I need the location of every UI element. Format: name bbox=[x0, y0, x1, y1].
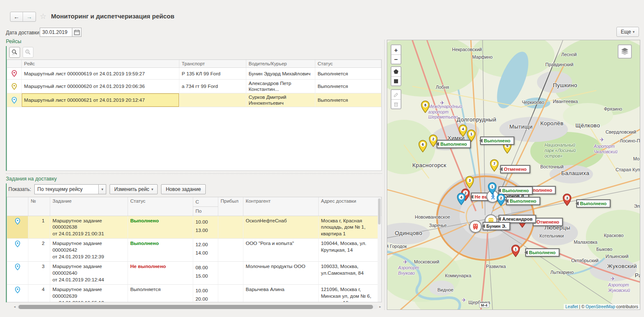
map-pin-marker[interactable]: 6 bbox=[418, 140, 427, 152]
map-place-label: ✈ bbox=[462, 297, 466, 303]
section-separator bbox=[6, 173, 382, 174]
tasks-col-arrived[interactable]: Прибыл bbox=[218, 197, 243, 216]
tasks-col-from[interactable]: С bbox=[193, 197, 218, 206]
favorite-star-icon[interactable]: ☆ bbox=[40, 12, 46, 21]
delivery-date-input[interactable] bbox=[40, 28, 72, 37]
task-name: Маршрутное задание 000002640от 24.01.201… bbox=[50, 262, 128, 285]
map-place-label: Аэропорт Чкаловский bbox=[594, 144, 618, 154]
trash-icon bbox=[393, 101, 399, 107]
map-pin-marker[interactable]: 2 bbox=[496, 193, 506, 206]
tasks-col-num[interactable]: № bbox=[28, 197, 50, 216]
zoom-in-button[interactable]: + bbox=[391, 45, 401, 54]
forward-arrow-icon: → bbox=[26, 13, 32, 20]
trip-status: Выполняется bbox=[315, 93, 381, 107]
tasks-col-task[interactable]: Задание bbox=[50, 197, 128, 216]
trips-col-status[interactable]: Статус bbox=[315, 60, 381, 68]
map-place-label: Пушкино bbox=[553, 82, 578, 88]
map-status-label: Бунин Э. bbox=[483, 222, 510, 230]
delivery-date-label: Дата доставки: bbox=[6, 30, 41, 36]
map-layers-button[interactable] bbox=[618, 44, 632, 59]
tasks-vertical-scrollbar[interactable] bbox=[378, 198, 381, 302]
leaflet-link[interactable]: Leaflet bbox=[565, 304, 578, 309]
map-place-label: Жуковский bbox=[607, 263, 637, 269]
map-place-label: Лобня bbox=[436, 85, 449, 90]
map-place-label: ✈ bbox=[611, 276, 615, 282]
map-panel[interactable]: НекрасовскийМарфиноЛеснойПравдинскийЛобн… bbox=[387, 40, 640, 310]
trips-col-trip[interactable]: Рейс bbox=[21, 60, 179, 68]
task-filter-dropdown-button[interactable]: ▾ bbox=[98, 185, 106, 194]
polygon-icon bbox=[393, 69, 399, 75]
map-place-label: Быково bbox=[596, 247, 612, 252]
task-time: 10.0020.00 bbox=[193, 284, 218, 302]
scrollbar-thumb[interactable] bbox=[18, 305, 373, 309]
draw-rectangle-button[interactable] bbox=[391, 76, 401, 85]
scrollbar-thumb[interactable] bbox=[378, 198, 381, 224]
openstreetmap-link[interactable]: OpenStreetMap bbox=[585, 304, 615, 309]
tasks-col-to[interactable]: По bbox=[193, 206, 218, 216]
calendar-button[interactable] bbox=[72, 28, 82, 37]
task-pin-icon bbox=[15, 263, 20, 271]
trip-status: Выполняется bbox=[315, 68, 381, 80]
map-pin-marker[interactable]: 4 bbox=[458, 124, 468, 137]
tasks-col-address[interactable]: Адрес доставки bbox=[318, 197, 381, 216]
task-name: Маршрутное задание 000002639от 24.01.201… bbox=[50, 284, 128, 302]
task-status: Не выполнено bbox=[128, 262, 193, 285]
zoom-out-button[interactable]: − bbox=[391, 54, 401, 64]
map-place-label: Черкизово bbox=[522, 100, 544, 105]
map-pin-marker[interactable]: 3 bbox=[562, 193, 572, 206]
map-pin-marker[interactable]: 3 bbox=[465, 176, 474, 188]
trip-row[interactable]: Маршрутный лист 000000619 от 24.01.2019 … bbox=[7, 68, 381, 80]
new-task-button[interactable]: Новое задание bbox=[161, 184, 205, 194]
trips-col-transport[interactable]: Транспорт bbox=[179, 60, 246, 68]
scroll-right-arrow-icon[interactable]: ▸ bbox=[378, 305, 382, 309]
map-zoom-control: + − bbox=[391, 44, 401, 64]
trip-row[interactable]: Маршрутный лист 000000621 от 24.01.2019 … bbox=[7, 93, 381, 107]
task-row[interactable]: 4 Маршрутное задание 000002639от 24.01.2… bbox=[7, 284, 381, 302]
task-arrived bbox=[218, 216, 243, 239]
trips-toolbar bbox=[9, 47, 33, 58]
svg-text:3: 3 bbox=[469, 178, 471, 183]
map-markers-layer: НекрасовскийМарфиноЛеснойПравдинскийЛобн… bbox=[387, 40, 640, 309]
map-place-label: Аэропорт Внуково bbox=[398, 265, 419, 276]
task-address: Москва г, Красная площадь, дом № 1, квар… bbox=[318, 216, 381, 239]
map-pin-marker[interactable]: 4 bbox=[457, 193, 466, 205]
calendar-icon bbox=[74, 29, 80, 35]
map-place-label: Фрязино bbox=[604, 106, 622, 111]
task-contragent: ООО "Рога и копыта" bbox=[243, 239, 318, 262]
trips-col-driver[interactable]: Водитель/Курьер bbox=[246, 60, 315, 68]
map-pin-marker[interactable]: 1 bbox=[511, 245, 520, 257]
task-address: 109044, Москва, ул. Крутицкая, 14 bbox=[318, 239, 381, 262]
task-row[interactable]: 1 Маршрутное задание 000002638от 24.01.2… bbox=[7, 216, 381, 239]
map-pin-marker[interactable]: 1 bbox=[488, 182, 497, 195]
map-pin-marker[interactable]: 8 bbox=[421, 101, 430, 113]
change-trip-button[interactable]: Изменить рейс ▾ bbox=[110, 184, 158, 194]
trip-driver: Александров Петр Константин... bbox=[246, 80, 315, 93]
map-status-label: Отменено bbox=[500, 165, 530, 173]
tasks-table-panel: № Задание Статус С Прибыл Контрагент Адр… bbox=[7, 197, 382, 302]
search-on-map-button[interactable] bbox=[9, 47, 20, 58]
map-place-label: Рам bbox=[635, 272, 640, 278]
back-button[interactable]: ← bbox=[10, 12, 23, 21]
tasks-col-icon bbox=[7, 197, 28, 216]
tasks-horizontal-scrollbar[interactable]: ◂ ▸ bbox=[13, 304, 382, 309]
map-place-label: Лосино-Пет bbox=[620, 138, 640, 143]
map-place-label: ✈ bbox=[600, 137, 604, 143]
tasks-col-status[interactable]: Статус bbox=[128, 197, 193, 216]
task-contragent: ОсколНефтеСнаб bbox=[243, 216, 318, 239]
tasks-col-contragent[interactable]: Контрагент bbox=[243, 197, 318, 216]
trip-row[interactable]: Маршрутный лист 000000620 от 24.01.2019 … bbox=[7, 80, 381, 93]
more-button[interactable]: Еще ▾ bbox=[616, 27, 639, 37]
nav-history-group: ← → bbox=[10, 12, 36, 22]
task-filter-select[interactable]: По текущему рейсу ▾ bbox=[34, 184, 106, 194]
map-place-label: Свердловский bbox=[606, 129, 636, 134]
change-trip-label: Изменить рейс bbox=[114, 186, 149, 192]
map-place-label: й Городок bbox=[387, 244, 407, 249]
task-row[interactable]: 3 Маршрутное задание 000002640от 24.01.2… bbox=[7, 262, 381, 285]
scroll-left-arrow-icon[interactable]: ◂ bbox=[13, 305, 17, 309]
map-place-label: Ивантеевка bbox=[553, 99, 578, 104]
forward-button[interactable]: → bbox=[23, 12, 36, 21]
scrollbar-track[interactable] bbox=[17, 305, 378, 309]
task-row[interactable]: 2 Маршрутное задание 000002642от 24.01.2… bbox=[7, 239, 381, 262]
task-status: Выполнено bbox=[128, 216, 193, 239]
draw-polygon-button[interactable] bbox=[391, 67, 401, 76]
